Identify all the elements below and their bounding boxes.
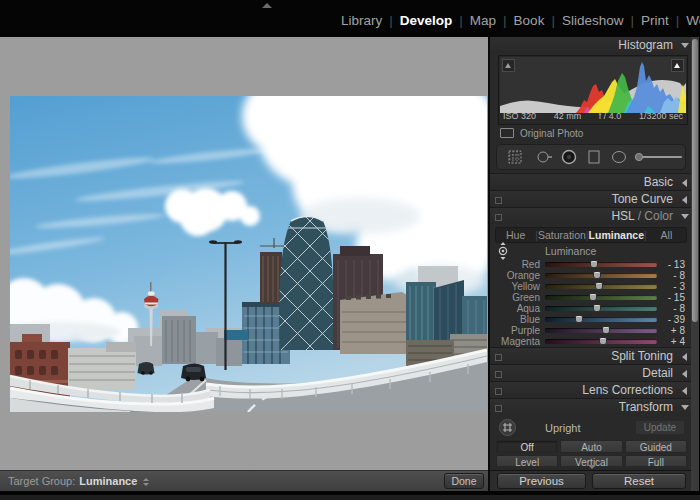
- adjustment-brush-icon[interactable]: [635, 153, 681, 160]
- histogram-box: ISO 320 42 mm f / 4.0 1/3200 sec: [498, 55, 688, 125]
- slider-thumb[interactable]: [602, 326, 610, 334]
- nav-separator: |: [389, 13, 393, 28]
- done-button[interactable]: Done: [444, 473, 484, 489]
- slider-thumb[interactable]: [599, 337, 607, 345]
- upright-button-full[interactable]: Full: [625, 455, 687, 466]
- slider-track[interactable]: [545, 306, 657, 311]
- shadow-clipping-indicator[interactable]: [502, 59, 515, 72]
- hsl-tab-hue[interactable]: Hue: [496, 229, 535, 241]
- lightroom-window: Library|Develop|Map|Book|Slideshow|Print…: [0, 0, 700, 500]
- upright-label: Upright: [545, 422, 580, 434]
- module-web[interactable]: Web: [686, 13, 700, 28]
- panel-switch-icon[interactable]: [495, 388, 502, 395]
- panel-header-detail[interactable]: Detail: [490, 364, 699, 381]
- slider-track[interactable]: [545, 317, 657, 322]
- hsl-slider-orange: Orange- 8: [490, 270, 699, 281]
- exif-info: ISO 320 42 mm f / 4.0 1/3200 sec: [503, 111, 683, 123]
- hsl-slider-blue: Blue- 39: [490, 314, 699, 325]
- slider-track[interactable]: [545, 262, 657, 267]
- slider-thumb[interactable]: [590, 260, 598, 268]
- upright-button-level[interactable]: Level: [496, 455, 558, 466]
- spot-removal-icon[interactable]: [538, 152, 552, 162]
- hsl-slider-magenta: Magenta+ 4: [490, 336, 699, 347]
- targeted-adjustment-tool-icon[interactable]: [496, 242, 510, 260]
- hsl-section-row: Luminance: [490, 244, 699, 257]
- slider-label: Purple: [490, 325, 540, 336]
- histogram-title: Histogram: [618, 38, 673, 52]
- panel-header-histogram[interactable]: Histogram: [490, 37, 699, 54]
- hsl-tab-saturation[interactable]: Saturation: [538, 229, 586, 241]
- upright-grid-icon[interactable]: [499, 419, 516, 436]
- panel-header-hsl-color[interactable]: HSL / Color: [490, 207, 699, 224]
- panel-header-basic[interactable]: Basic: [490, 173, 699, 190]
- panel-scrollbar[interactable]: [691, 37, 699, 500]
- panel-header-transform[interactable]: Transform: [490, 398, 699, 415]
- nav-separator: |: [459, 13, 463, 28]
- previous-button[interactable]: Previous: [497, 473, 586, 489]
- slider-thumb[interactable]: [593, 304, 601, 312]
- hsl-tab-luminance[interactable]: Luminance: [589, 229, 644, 241]
- histogram-graph[interactable]: [500, 57, 686, 113]
- panel-switch-icon[interactable]: [495, 197, 502, 204]
- chevron-left-icon: [682, 353, 687, 361]
- slider-thumb[interactable]: [595, 282, 603, 290]
- nav-separator: |: [503, 13, 507, 28]
- hsl-tab-all[interactable]: All: [647, 229, 686, 241]
- target-group[interactable]: Target Group:Luminance: [8, 475, 149, 487]
- slider-track[interactable]: [545, 284, 657, 289]
- top-panel-collapse-icon[interactable]: [262, 3, 272, 8]
- module-map[interactable]: Map: [470, 13, 496, 28]
- slider-track[interactable]: [545, 339, 657, 344]
- slider-thumb[interactable]: [589, 293, 597, 301]
- slider-track[interactable]: [545, 295, 657, 300]
- panel-header-split-toning[interactable]: Split Toning: [490, 347, 699, 364]
- red-eye-icon[interactable]: [563, 151, 576, 164]
- nav-separator: |: [551, 13, 555, 28]
- slider-track[interactable]: [545, 273, 657, 278]
- top-module-bar: Library|Develop|Map|Book|Slideshow|Print…: [0, 0, 700, 37]
- upright-button-auto[interactable]: Auto: [560, 440, 622, 453]
- slider-track[interactable]: [545, 328, 657, 333]
- target-group-popup-icon[interactable]: [143, 478, 149, 486]
- panel-footer: Previous Reset: [490, 470, 699, 491]
- slider-thumb[interactable]: [575, 315, 583, 323]
- module-slideshow[interactable]: Slideshow: [562, 13, 624, 28]
- module-develop[interactable]: Develop: [400, 13, 453, 28]
- panel-header-tone-curve[interactable]: Tone Curve: [490, 190, 699, 207]
- target-group-label: Target Group:: [8, 475, 75, 487]
- right-panel: Histogram ISO 320 42 mm f / 4.0: [488, 37, 700, 500]
- upright-button-off[interactable]: Off: [496, 440, 558, 453]
- highlight-clipping-indicator[interactable]: [671, 59, 684, 72]
- upright-button-guided[interactable]: Guided: [625, 440, 687, 453]
- crop-overlay-icon[interactable]: [509, 151, 521, 163]
- reset-button[interactable]: Reset: [592, 473, 686, 489]
- panel-switch-icon[interactable]: [495, 354, 502, 361]
- slider-thumb[interactable]: [593, 271, 601, 279]
- graduated-filter-icon[interactable]: [589, 151, 599, 163]
- develop-toolbar: Target Group:Luminance Done: [0, 470, 488, 491]
- panel-switch-icon[interactable]: [495, 214, 502, 221]
- focal-length-value: 42 mm: [554, 111, 582, 123]
- original-photo-row[interactable]: Original Photo: [490, 125, 699, 141]
- hsl-tabs: Hue|Saturation|Luminance|All: [495, 227, 687, 243]
- panel-switch-icon[interactable]: [495, 405, 502, 412]
- photo[interactable]: [10, 96, 487, 412]
- slider-label: Magenta: [490, 336, 540, 347]
- hsl-slider-purple: Purple+ 8: [490, 325, 699, 336]
- hsl-slider-yellow: Yellow- 3: [490, 281, 699, 292]
- slider-value: + 8: [671, 325, 685, 336]
- module-book[interactable]: Book: [514, 13, 545, 28]
- hsl-section-label: Luminance: [545, 245, 596, 257]
- update-button[interactable]: Update: [635, 420, 685, 435]
- radial-filter-icon[interactable]: [613, 152, 626, 163]
- panel-switch-icon[interactable]: [495, 371, 502, 378]
- scrollbar-thumb[interactable]: [692, 39, 698, 322]
- module-print[interactable]: Print: [641, 13, 669, 28]
- chevron-down-icon: [681, 405, 689, 410]
- chevron-left-icon: [682, 370, 687, 378]
- slider-value: - 3: [673, 281, 685, 292]
- panel-header-lens-corrections[interactable]: Lens Corrections: [490, 381, 699, 398]
- module-library[interactable]: Library: [341, 13, 382, 28]
- aperture-value: f / 4.0: [599, 111, 622, 123]
- panel-end-mark: [588, 465, 596, 469]
